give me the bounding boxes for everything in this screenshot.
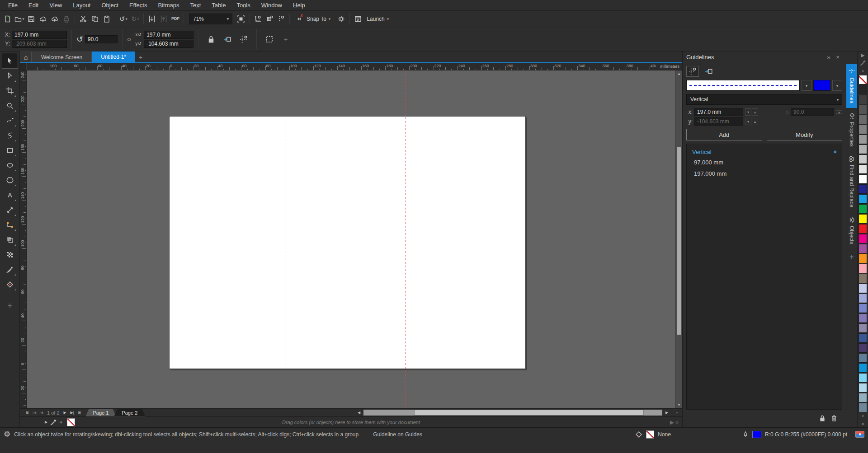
docker-close-button[interactable]: × (833, 54, 842, 61)
center-of-rotation-icon[interactable]: ○ (127, 36, 131, 42)
page-tab-page-1[interactable]: Page 1 (86, 409, 116, 416)
outline-color-swatch[interactable] (752, 431, 761, 438)
zoom-level-combo[interactable]: 71%▾ (189, 14, 232, 24)
color-swatch[interactable] (859, 353, 867, 363)
status-options-icon[interactable]: ⚙ (4, 430, 10, 438)
menu-item-tools[interactable]: Tools (231, 0, 255, 10)
docker-tab-guidelines[interactable]: Guidelines (846, 64, 857, 108)
rotation-center-y-field[interactable] (144, 40, 193, 48)
scroll-up-arrow[interactable]: ▲ (676, 70, 682, 77)
menu-item-table[interactable]: Table (206, 0, 231, 10)
docker-collapse-button[interactable]: » (824, 54, 833, 61)
transparency-tool[interactable] (2, 247, 18, 262)
text-tool[interactable]: A (2, 187, 18, 202)
color-swatch[interactable] (859, 224, 867, 234)
full-screen-preview-button[interactable] (235, 13, 247, 25)
drawing-canvas[interactable]: 4020020406080100120140160180200220240 ▲ … (20, 70, 682, 408)
color-swatch[interactable] (859, 373, 867, 383)
fill-none-swatch[interactable] (646, 430, 654, 439)
rotation-center-x-field[interactable] (144, 31, 193, 39)
snap-to-guidelines-button[interactable] (703, 66, 715, 77)
tab-welcome-screen[interactable]: Welcome Screen (32, 51, 92, 62)
horizontal-scrollbar[interactable] (363, 410, 662, 416)
color-dropdown[interactable]: ▾ (832, 80, 842, 91)
scroll-left-arrow[interactable]: ◀ (355, 409, 363, 416)
cut-button[interactable] (77, 13, 89, 25)
scroll-right-arrow[interactable]: ▶ (663, 409, 670, 416)
interactive-fill-tool[interactable] (2, 277, 18, 292)
color-swatch[interactable] (859, 244, 867, 253)
color-swatch[interactable] (859, 145, 867, 154)
rectangle-tool[interactable] (2, 143, 18, 158)
modify-button[interactable]: Modify (767, 129, 843, 140)
color-swatch[interactable] (859, 85, 867, 94)
color-swatch[interactable] (859, 393, 867, 402)
cloud-download-button[interactable] (37, 13, 49, 25)
horizontal-ruler[interactable]: millimeters 1008060402002040608010012014… (27, 63, 682, 70)
next-page-button[interactable]: ▶ (61, 409, 69, 416)
color-swatch[interactable] (859, 174, 867, 184)
color-swatch[interactable] (859, 333, 867, 343)
guideline-orientation-select[interactable]: Vertical▾ (686, 94, 842, 105)
add-page-end-button[interactable]: ⊞ (76, 409, 83, 416)
launch-app-button[interactable] (352, 13, 364, 25)
palette-scroll-down-icon[interactable]: ∨ (858, 412, 868, 420)
new-document-button[interactable] (2, 13, 14, 25)
chevron-down-icon[interactable]: ▾ (224, 16, 232, 21)
color-swatch[interactable] (859, 204, 867, 214)
customize-toolbox[interactable] (2, 298, 18, 313)
eyedropper-tool[interactable] (2, 262, 18, 277)
zoom-tool[interactable] (2, 98, 18, 113)
launch-dropdown[interactable]: Launch (367, 16, 384, 22)
options-button[interactable] (335, 13, 347, 25)
guideline-line-style-preview[interactable] (686, 80, 800, 91)
add-guideline-button[interactable]: + (279, 33, 292, 46)
x-spinner[interactable]: ▾▴ (745, 108, 758, 116)
collapse-section-icon[interactable]: » (831, 150, 838, 154)
add-button[interactable]: Add (686, 129, 762, 140)
color-swatch[interactable] (859, 135, 867, 144)
zoom-to-page-button[interactable]: ⌕ (673, 409, 680, 416)
color-swatch[interactable] (859, 184, 867, 194)
home-button[interactable]: ⌂ (20, 51, 32, 62)
line-style-dropdown[interactable]: ▾ (802, 80, 811, 91)
copy-button[interactable] (89, 13, 101, 25)
color-swatch[interactable] (859, 274, 867, 283)
previous-page-button[interactable]: ◀ (38, 409, 45, 416)
undo-button[interactable]: ↺▾ (118, 13, 129, 25)
freehand-tool[interactable] (2, 113, 18, 128)
show-grid-button[interactable] (264, 13, 275, 25)
docker-tab-properties[interactable]: Properties (846, 108, 857, 152)
import-button[interactable] (146, 13, 158, 25)
cloud-upload-button[interactable] (49, 13, 61, 25)
guideline-list-item[interactable]: 197.000 mm (692, 167, 836, 178)
rotation-angle-field[interactable] (85, 35, 118, 43)
pick-tool[interactable] (2, 53, 18, 68)
menu-item-object[interactable]: Object (96, 0, 124, 10)
horizontal-scroll-thumb[interactable] (414, 410, 644, 416)
artistic-media-tool[interactable] (2, 128, 18, 143)
color-swatch[interactable] (859, 264, 867, 273)
vertical-scroll-thumb[interactable] (677, 147, 681, 335)
show-guidelines-button[interactable] (275, 13, 287, 25)
menu-item-view[interactable]: View (44, 0, 67, 10)
publish-pdf-button[interactable]: PDF (170, 13, 181, 25)
dimension-tool[interactable] (2, 202, 18, 217)
show-guidelines-button[interactable] (686, 66, 699, 77)
color-swatch[interactable] (859, 284, 867, 293)
document-page[interactable] (169, 116, 526, 369)
last-page-button[interactable]: ▶| (69, 409, 76, 416)
new-tab-button[interactable]: + (135, 51, 146, 62)
menu-item-bitmaps[interactable]: Bitmaps (152, 0, 184, 10)
menu-item-file[interactable]: File (3, 0, 23, 10)
palette-eyedropper-icon[interactable] (858, 59, 868, 67)
palette-scroll-right[interactable]: ▶ » (670, 419, 679, 425)
add-docker-button[interactable]: + (846, 249, 857, 265)
color-swatch[interactable] (859, 323, 867, 333)
color-swatch[interactable] (859, 214, 867, 224)
color-swatch[interactable] (859, 343, 867, 353)
add-page-start-button[interactable]: ⊞ (24, 409, 31, 416)
ellipse-tool[interactable] (2, 158, 18, 173)
tab-untitled-1[interactable]: Untitled-1* (92, 51, 135, 62)
object-x-field[interactable] (12, 31, 67, 39)
